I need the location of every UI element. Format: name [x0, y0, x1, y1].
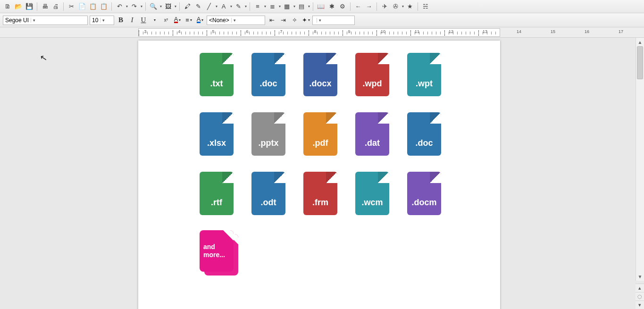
page-fold-icon [274, 172, 285, 183]
ruler-number: 11 [415, 29, 419, 34]
underline-button[interactable]: U [139, 16, 148, 25]
scroll-up-icon[interactable]: ▲ [636, 38, 644, 46]
zoom-icon[interactable]: 🔍 [149, 2, 158, 11]
scroll-thumb[interactable] [637, 46, 643, 79]
file-ext-label: .doc [415, 138, 433, 148]
style-combo[interactable]: <None> ▾ [207, 16, 265, 25]
file-ext-label: .xlsx [207, 138, 226, 148]
chevron-down-icon[interactable]: ▾ [231, 18, 238, 23]
draw-shape-icon[interactable]: ✎ [193, 2, 203, 11]
ruler-number: 13 [483, 29, 487, 34]
indent-left-button[interactable]: ⇤ [267, 16, 276, 25]
paste-icon[interactable]: 📋 [88, 2, 98, 11]
chevron-down-icon[interactable]: ▾ [308, 4, 310, 8]
file-ext-label: .docm [411, 198, 436, 208]
font-size-value: 10 [92, 17, 98, 24]
spark-button[interactable]: ✦▾ [301, 16, 310, 25]
browse-next-button[interactable]: ▾ [636, 301, 644, 309]
pen-icon[interactable]: ✎ [234, 2, 243, 11]
browse-prev-button[interactable]: ▴ [636, 284, 644, 292]
print-preview-icon[interactable]: 🖶 [40, 2, 50, 11]
scroll-down-icon[interactable]: ▼ [636, 272, 644, 281]
font-size-combo[interactable]: 10 ▾ [90, 16, 114, 25]
ruler-area: 3456789101112131415161718 [0, 27, 644, 38]
file-ext-label: .dat [365, 138, 380, 148]
ruler-number: 10 [381, 29, 385, 34]
print-icon[interactable]: 🖨 [51, 2, 60, 11]
chevron-down-icon[interactable]: ▾ [401, 4, 404, 8]
snowflake-icon[interactable]: ✱ [327, 2, 336, 11]
table-grid-icon[interactable]: ▦ [282, 2, 292, 11]
page-fold-icon [222, 172, 234, 183]
italic-button[interactable]: I [127, 16, 137, 25]
vertical-scrollbar[interactable]: ▲ ▼ [636, 38, 644, 281]
font-color-button[interactable]: A▾ [173, 16, 182, 25]
superscript-button[interactable]: x² [161, 16, 171, 25]
file-ext-label: .odt [261, 198, 276, 208]
justify-button[interactable]: ≡▾ [184, 16, 193, 25]
file-type-icon: .dat [355, 112, 389, 156]
copy-icon[interactable]: 📄 [77, 2, 87, 11]
chevron-down-icon[interactable]: ▾ [278, 4, 281, 8]
chevron-down-icon[interactable]: ▾ [230, 4, 232, 8]
page-fold-icon [222, 53, 234, 64]
favorite-icon[interactable]: ★ [405, 2, 415, 11]
and-more-line2: more... [203, 251, 230, 259]
file-ext-label: .wpt [416, 79, 433, 89]
underline-drop-icon[interactable]: ▾ [150, 16, 159, 25]
table-icon[interactable]: ▤ [297, 2, 306, 11]
compass-icon[interactable]: ✈ [380, 2, 389, 11]
horizontal-ruler[interactable]: 3456789101112131415161718 [138, 28, 500, 37]
prompt-button[interactable]: ✧ [290, 16, 299, 25]
indent-right-button[interactable]: ⇥ [278, 16, 288, 25]
line-icon[interactable]: ╱ [204, 2, 214, 11]
chevron-down-icon[interactable]: ▾ [159, 4, 162, 8]
browse-object-button[interactable]: ◌ [636, 292, 644, 301]
highlighter-icon[interactable]: 🖍 [183, 2, 192, 11]
highlight-color-button[interactable]: A▾ [195, 16, 205, 25]
extra-combo[interactable]: ▾ [312, 16, 355, 25]
chevron-down-icon[interactable]: ▾ [215, 4, 217, 8]
save-icon[interactable]: 💾 [25, 2, 34, 11]
cut-icon[interactable]: ✂ [67, 2, 76, 11]
chevron-down-icon[interactable]: ▾ [293, 4, 295, 8]
macro-icon[interactable]: ⚙ [338, 2, 347, 11]
numbered-list-icon[interactable]: ≡ [253, 2, 262, 11]
paste-special-icon[interactable]: 📋 [99, 2, 109, 11]
chevron-down-icon[interactable]: ▾ [317, 18, 323, 23]
ruler-number: 7 [280, 29, 282, 34]
file-ext-label: .wpd [363, 79, 382, 89]
ruler-ticks [139, 29, 500, 36]
bold-button[interactable]: B [116, 16, 125, 25]
file-type-icon: .txt [200, 53, 234, 96]
format-toolbar: Segoe UI ▾ 10 ▾ B I U ▾ x² A▾ ≡▾ A▾ <Non… [0, 13, 644, 27]
textbox-icon[interactable]: A [219, 2, 228, 11]
page-fold-icon [378, 112, 389, 124]
image-icon[interactable]: 🖼 [163, 2, 173, 11]
bulleted-list-icon[interactable]: ≣ [268, 2, 277, 11]
page-fold-icon [430, 112, 441, 124]
nav-back-icon[interactable]: ← [353, 2, 363, 11]
open-file-icon[interactable]: 📂 [14, 2, 23, 11]
chevron-down-icon[interactable]: ▾ [100, 18, 107, 23]
font-name-combo[interactable]: Segoe UI ▾ [3, 16, 88, 25]
compass-run-icon[interactable]: ✇ [391, 2, 400, 11]
chevron-down-icon[interactable]: ▾ [264, 4, 266, 8]
chart-icon[interactable]: ☵ [421, 2, 430, 11]
page-fold-icon [326, 112, 337, 124]
chevron-down-icon[interactable]: ▾ [244, 4, 247, 8]
chevron-down-icon[interactable]: ▾ [31, 18, 37, 23]
ruler-number: 5 [212, 29, 214, 34]
toolbar-separator [376, 2, 377, 11]
document-page[interactable]: .txt.doc.docx.wpd.wpt.xlsx.pptx.pdf.dat.… [138, 41, 500, 309]
chevron-down-icon[interactable]: ▾ [125, 4, 128, 8]
and-more-line1: and [203, 243, 230, 251]
nav-fwd-icon[interactable]: → [364, 2, 374, 11]
chevron-down-icon[interactable]: ▾ [140, 4, 142, 8]
chevron-down-icon[interactable]: ▾ [174, 4, 176, 8]
new-file-icon[interactable]: 🗎 [3, 2, 12, 11]
redo-icon[interactable]: ↷ [129, 2, 139, 11]
undo-icon[interactable]: ↶ [115, 2, 124, 11]
book-icon[interactable]: 📖 [316, 2, 326, 11]
file-type-icon: .odt [251, 172, 285, 215]
